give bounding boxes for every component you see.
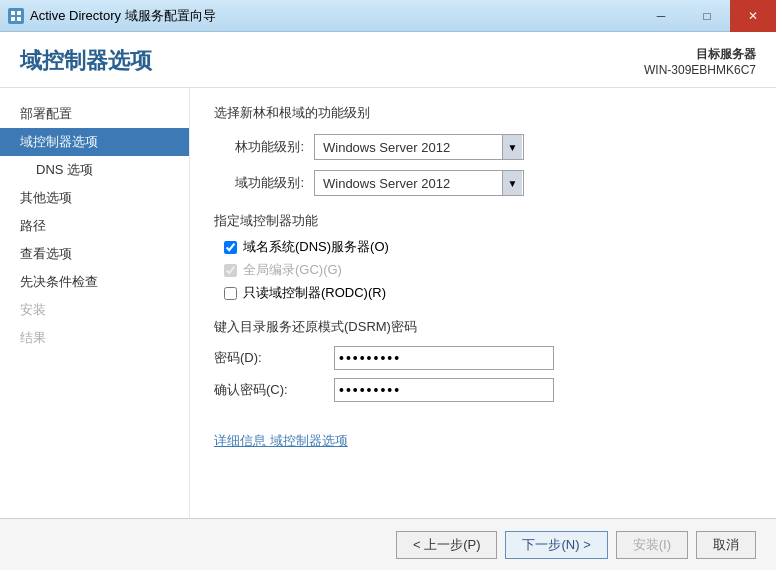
install-button: 安装(I) bbox=[616, 531, 688, 559]
svg-rect-2 bbox=[11, 17, 15, 21]
password-section: 键入目录服务还原模式(DSRM)密码 密码(D): 确认密码(C): bbox=[214, 318, 752, 402]
gc-checkbox-label: 全局编录(GC)(G) bbox=[243, 261, 342, 279]
page-title: 域控制器选项 bbox=[20, 46, 152, 76]
confirm-password-label: 确认密码(C): bbox=[214, 381, 334, 399]
page-header: 域控制器选项 目标服务器 WIN-309EBHMK6C7 bbox=[0, 32, 776, 88]
password-row: 密码(D): bbox=[214, 346, 752, 370]
minimize-button[interactable]: ─ bbox=[638, 0, 684, 32]
forest-level-select[interactable]: Windows Server 2012 bbox=[314, 134, 524, 160]
functional-level-section-title: 选择新林和根域的功能级别 bbox=[214, 104, 752, 122]
dc-capabilities-section: 指定域控制器功能 域名系统(DNS)服务器(O) 全局编录(GC)(G) 只读域… bbox=[214, 212, 752, 302]
content-area: 部署配置 域控制器选项 DNS 选项 其他选项 路径 查看选项 先决条件检查 安… bbox=[0, 88, 776, 518]
link-row: 详细信息 域控制器选项 bbox=[214, 432, 752, 450]
maximize-button[interactable]: □ bbox=[684, 0, 730, 32]
svg-rect-3 bbox=[17, 17, 21, 21]
app-icon bbox=[8, 8, 24, 24]
details-link[interactable]: 详细信息 域控制器选项 bbox=[214, 433, 348, 448]
sidebar: 部署配置 域控制器选项 DNS 选项 其他选项 路径 查看选项 先决条件检查 安… bbox=[0, 88, 190, 518]
dc-capabilities-title: 指定域控制器功能 bbox=[214, 212, 752, 230]
forest-level-label: 林功能级别: bbox=[214, 138, 314, 156]
domain-level-label: 域功能级别: bbox=[214, 174, 314, 192]
sidebar-item-results: 结果 bbox=[0, 324, 189, 352]
sidebar-item-review[interactable]: 查看选项 bbox=[0, 240, 189, 268]
dns-checkbox-row: 域名系统(DNS)服务器(O) bbox=[214, 238, 752, 256]
svg-rect-1 bbox=[17, 11, 21, 15]
sidebar-item-paths[interactable]: 路径 bbox=[0, 212, 189, 240]
target-server-label: 目标服务器 bbox=[644, 46, 756, 63]
dns-checkbox-label[interactable]: 域名系统(DNS)服务器(O) bbox=[243, 238, 389, 256]
main-content: 选择新林和根域的功能级别 林功能级别: Windows Server 2012 … bbox=[190, 88, 776, 518]
dns-checkbox[interactable] bbox=[224, 241, 237, 254]
rodc-checkbox-row: 只读域控制器(RODC)(R) bbox=[214, 284, 752, 302]
svg-rect-0 bbox=[11, 11, 15, 15]
rodc-checkbox-label[interactable]: 只读域控制器(RODC)(R) bbox=[243, 284, 386, 302]
target-server-info: 目标服务器 WIN-309EBHMK6C7 bbox=[644, 46, 756, 77]
cancel-button[interactable]: 取消 bbox=[696, 531, 756, 559]
confirm-password-row: 确认密码(C): bbox=[214, 378, 752, 402]
footer: < 上一步(P) 下一步(N) > 安装(I) 取消 bbox=[0, 518, 776, 570]
close-button[interactable]: ✕ bbox=[730, 0, 776, 32]
sidebar-item-dc-options[interactable]: 域控制器选项 bbox=[0, 128, 189, 156]
title-bar: Active Directory 域服务配置向导 ─ □ ✕ bbox=[0, 0, 776, 32]
back-button[interactable]: < 上一步(P) bbox=[396, 531, 498, 559]
password-input[interactable] bbox=[334, 346, 554, 370]
gc-checkbox-row: 全局编录(GC)(G) bbox=[214, 261, 752, 279]
window-controls: ─ □ ✕ bbox=[638, 0, 776, 32]
target-server-name: WIN-309EBHMK6C7 bbox=[644, 63, 756, 77]
domain-level-select[interactable]: Windows Server 2012 bbox=[314, 170, 524, 196]
main-container: 域控制器选项 目标服务器 WIN-309EBHMK6C7 部署配置 域控制器选项… bbox=[0, 32, 776, 570]
gc-checkbox bbox=[224, 264, 237, 277]
password-section-title: 键入目录服务还原模式(DSRM)密码 bbox=[214, 318, 752, 336]
rodc-checkbox[interactable] bbox=[224, 287, 237, 300]
domain-level-select-wrapper: Windows Server 2012 ▼ bbox=[314, 170, 524, 196]
password-label: 密码(D): bbox=[214, 349, 334, 367]
sidebar-item-install: 安装 bbox=[0, 296, 189, 324]
sidebar-item-deployment[interactable]: 部署配置 bbox=[0, 100, 189, 128]
title-bar-text: Active Directory 域服务配置向导 bbox=[30, 7, 216, 25]
domain-level-row: 域功能级别: Windows Server 2012 ▼ bbox=[214, 170, 752, 196]
forest-level-select-wrapper: Windows Server 2012 ▼ bbox=[314, 134, 524, 160]
sidebar-item-dns-options[interactable]: DNS 选项 bbox=[0, 156, 189, 184]
forest-level-row: 林功能级别: Windows Server 2012 ▼ bbox=[214, 134, 752, 160]
confirm-password-input[interactable] bbox=[334, 378, 554, 402]
sidebar-item-prerequisites[interactable]: 先决条件检查 bbox=[0, 268, 189, 296]
sidebar-item-other-options[interactable]: 其他选项 bbox=[0, 184, 189, 212]
next-button[interactable]: 下一步(N) > bbox=[505, 531, 607, 559]
